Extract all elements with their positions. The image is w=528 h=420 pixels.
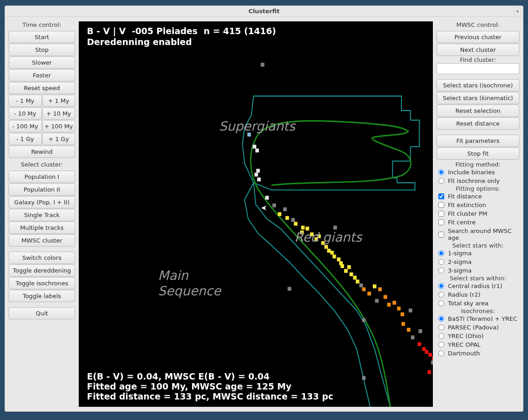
svg-rect-56 <box>432 357 433 360</box>
include-binaries-radio[interactable]: Include binaries <box>435 168 521 177</box>
sigma-2-radio[interactable]: 2-sigma <box>435 258 521 266</box>
svg-rect-3 <box>255 149 259 152</box>
basti-radio[interactable]: BaSTI (Teramo) + YREC <box>435 314 521 323</box>
total-sky-radio[interactable]: Total sky area <box>435 299 521 308</box>
app-window: Clusterfit ✕ Time control: Start Stop Sl… <box>5 5 523 412</box>
svg-rect-40 <box>384 295 387 299</box>
svg-rect-32 <box>353 276 357 279</box>
minus-1gy-button[interactable]: - 1 Gy <box>9 133 42 145</box>
switch-colors-button[interactable]: Switch colors <box>9 252 75 264</box>
minus-100my-button[interactable]: - 100 My <box>9 120 42 132</box>
svg-rect-57 <box>431 360 433 364</box>
plot-area[interactable]: B - V | V -005 Pleiades n = 415 (1416) D… <box>79 21 433 407</box>
slower-button[interactable]: Slower <box>9 56 75 69</box>
sigma-3-radio[interactable]: 3-sigma <box>435 266 521 275</box>
toggle-labels-button[interactable]: Toggle labels <box>9 290 75 302</box>
radius-r2-radio[interactable]: Radius (r2) <box>435 290 521 299</box>
mwsc-cluster-button[interactable]: MWSC cluster <box>9 234 75 247</box>
toggle-isochrones-button[interactable]: Toggle isochrones <box>9 277 75 289</box>
plot-footer-line3: Fitted distance = 133 pc, MWSC distance … <box>87 391 333 401</box>
galaxy-button[interactable]: Galaxy (Pop. I + II) <box>9 196 75 208</box>
toggle-dereddening-button[interactable]: Toggle dereddening <box>9 264 75 277</box>
population-i-button[interactable]: Population I <box>9 171 75 183</box>
fitting-options-heading: Fitting options: <box>435 185 521 192</box>
svg-rect-50 <box>411 335 415 339</box>
svg-rect-10 <box>278 212 281 216</box>
svg-rect-22 <box>325 245 328 248</box>
svg-rect-9 <box>283 207 287 211</box>
svg-rect-30 <box>347 265 351 269</box>
start-button[interactable]: Start <box>9 31 75 43</box>
window-body: Time control: Start Stop Slower Faster R… <box>5 17 523 411</box>
sigma-1-radio[interactable]: 1-sigma <box>435 249 521 258</box>
mwsc-control-heading: MWSC control: <box>435 19 521 31</box>
svg-rect-45 <box>362 318 366 322</box>
svg-rect-48 <box>401 322 405 326</box>
find-cluster-input[interactable] <box>437 63 519 74</box>
svg-rect-43 <box>392 301 396 304</box>
isochrones-heading: Isochrones: <box>435 308 521 314</box>
svg-rect-49 <box>407 328 411 331</box>
svg-rect-26 <box>337 258 340 261</box>
close-button[interactable]: ✕ <box>514 8 521 15</box>
plus-100my-button[interactable]: + 100 My <box>42 120 76 132</box>
radius-r1-radio[interactable]: Central radius (r1) <box>435 282 521 290</box>
parsec-radio[interactable]: PARSEC (Padova) <box>435 323 521 332</box>
svg-rect-24 <box>330 251 334 254</box>
previous-cluster-button[interactable]: Previous cluster <box>437 31 519 43</box>
single-track-button[interactable]: Single Track <box>9 209 75 221</box>
fit-isochrone-only-radio[interactable]: Fit isochrone only <box>435 177 521 185</box>
yrec-opal-radio[interactable]: YREC OPAL <box>435 340 521 349</box>
svg-rect-51 <box>418 329 422 333</box>
svg-rect-29 <box>344 269 348 273</box>
plot-header-line2: Deredenning enabled <box>87 37 192 47</box>
close-icon: ✕ <box>515 9 519 15</box>
yrec-radio[interactable]: YREC (Ohio) <box>435 332 521 340</box>
plus-1gy-button[interactable]: + 1 Gy <box>42 133 76 145</box>
anno-redgiants: Red giants <box>294 230 362 245</box>
find-cluster-heading: Find cluster: <box>435 56 521 63</box>
anno-mainseq1: Main <box>158 268 188 283</box>
svg-rect-47 <box>409 309 412 312</box>
svg-rect-12 <box>291 218 295 222</box>
reset-distance-button[interactable]: Reset distance <box>437 117 519 130</box>
svg-rect-6 <box>257 177 261 181</box>
isochrone-path <box>251 121 411 407</box>
quit-button[interactable]: Quit <box>9 307 75 319</box>
fitting-method-heading: Fitting method: <box>435 160 521 168</box>
svg-rect-60 <box>427 370 431 374</box>
svg-rect-37 <box>288 287 291 290</box>
reset-speed-button[interactable]: Reset speed <box>9 82 75 94</box>
rewind-button[interactable]: Rewind <box>9 146 75 158</box>
plot-header-line1: B - V | V -005 Pleiades n = 415 (1416) <box>87 26 276 36</box>
select-stars-kinematic-button[interactable]: Select stars (kinematic) <box>437 92 519 104</box>
plot-footer-line1: E(B - V) = 0.04, MWSC E(B - V) = 0.04 <box>87 371 269 381</box>
star-points <box>247 63 433 394</box>
faster-button[interactable]: Faster <box>9 69 75 81</box>
svg-rect-17 <box>333 226 337 229</box>
minus-10my-button[interactable]: - 10 My <box>9 107 42 120</box>
population-ii-button[interactable]: Population II <box>9 183 75 196</box>
fit-centre-checkbox[interactable]: Fit centre <box>435 218 521 227</box>
plot-svg <box>79 21 433 407</box>
fit-distance-checkbox[interactable]: Fit distance <box>435 192 521 201</box>
multiple-tracks-button[interactable]: Multiple tracks <box>9 222 75 234</box>
stop-fit-button[interactable]: Stop fit <box>437 147 519 160</box>
plus-10my-button[interactable]: + 10 My <box>42 107 76 120</box>
select-cluster-heading: Select cluster: <box>7 158 77 171</box>
next-cluster-button[interactable]: Next cluster <box>437 44 519 56</box>
select-stars-isochrone-button[interactable]: Select stars (isochrone) <box>437 79 519 91</box>
minus-1my-button[interactable]: - 1 My <box>9 95 42 107</box>
plus-1my-button[interactable]: + 1 My <box>42 95 76 107</box>
dartmouth-radio[interactable]: Dartmouth <box>435 349 521 358</box>
svg-rect-11 <box>285 216 289 220</box>
fit-extinction-checkbox[interactable]: Fit extinction <box>435 201 521 209</box>
fit-cluster-pm-checkbox[interactable]: Fit cluster PM <box>435 209 521 218</box>
svg-rect-14 <box>301 226 305 229</box>
reset-selection-button[interactable]: Reset selection <box>437 105 519 117</box>
svg-rect-46 <box>401 312 404 316</box>
fit-parameters-button[interactable]: Fit parameters <box>437 135 519 147</box>
plot-footer-line2: Fitted age = 100 My, MWSC age = 125 My <box>87 381 291 391</box>
search-mwsc-age-checkbox[interactable]: Search around MWSC age <box>435 227 521 242</box>
stop-button[interactable]: Stop <box>9 44 75 56</box>
